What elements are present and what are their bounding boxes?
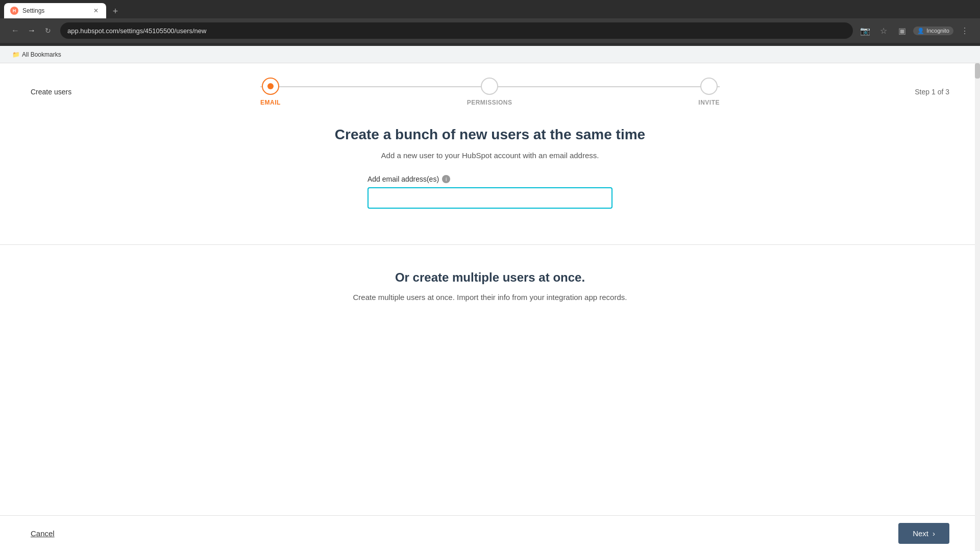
step-permissions[interactable]: PERMISSIONS — [467, 78, 512, 106]
bulk-subtitle: Create multiple users at once. Import th… — [353, 293, 627, 302]
scrollbar-thumb[interactable] — [975, 63, 980, 79]
nav-bar: ← → ↻ app.hubspot.com/settings/45105500/… — [0, 18, 980, 43]
camera-off-icon[interactable]: 📷 — [858, 23, 872, 38]
step-permissions-circle — [481, 78, 498, 95]
email-field-label: Add email address(es) i — [368, 175, 612, 183]
incognito-badge: 👤 Incognito — [913, 27, 953, 35]
step-number: Step 1 of 3 — [915, 88, 949, 96]
step-email[interactable]: EMAIL — [260, 78, 281, 106]
step-email-circle — [262, 78, 279, 95]
url-text: app.hubspot.com/settings/45105500/users/… — [67, 27, 846, 35]
step-invite-circle — [700, 78, 718, 95]
tab-bar: H Settings ✕ + — [0, 0, 980, 18]
new-tab-button[interactable]: + — [108, 4, 122, 18]
browser-actions: 📷 ☆ ▣ 👤 Incognito ⋮ — [858, 23, 972, 38]
step-email-dot — [267, 83, 274, 89]
email-field-container: Add email address(es) i — [368, 175, 612, 209]
form-title: Create a bunch of new users at the same … — [335, 127, 645, 143]
scrollbar-track[interactable] — [975, 63, 980, 551]
email-input[interactable] — [368, 187, 612, 209]
bulk-title: Or create multiple users at once. — [395, 270, 585, 285]
step-email-label: EMAIL — [260, 99, 281, 106]
stepper-header: Create users EMAIL PERMISSIONS — [0, 63, 980, 116]
form-subtitle: Add a new user to your HubSpot account w… — [381, 151, 599, 160]
page-content: Create users EMAIL PERMISSIONS — [0, 63, 980, 551]
bookmark-folder-icon[interactable]: 📁 All Bookmarks — [8, 49, 65, 60]
sidebar-icon[interactable]: ▣ — [895, 23, 909, 38]
step-permissions-label: PERMISSIONS — [467, 99, 512, 106]
tab-close-button[interactable]: ✕ — [92, 7, 100, 15]
next-label: Next — [913, 529, 928, 538]
bulk-section: Or create multiple users at once. Create… — [353, 245, 627, 329]
more-options-icon[interactable]: ⋮ — [958, 23, 972, 38]
step-invite-label: INVITE — [698, 99, 720, 106]
bookmarks-label: All Bookmarks — [22, 51, 61, 58]
cancel-button[interactable]: Cancel — [31, 529, 55, 538]
step-invite[interactable]: INVITE — [698, 78, 720, 106]
bottom-bar: Cancel Next › — [0, 515, 980, 551]
tab-title: Settings — [22, 7, 88, 14]
stepper-inner: EMAIL PERMISSIONS INVITE — [260, 78, 720, 106]
active-tab[interactable]: H Settings ✕ — [4, 3, 106, 18]
stepper: EMAIL PERMISSIONS INVITE — [31, 78, 949, 106]
browser-chrome: H Settings ✕ + ← → ↻ app.hubspot.com/set… — [0, 0, 980, 46]
nav-arrows: ← → ↻ — [8, 23, 55, 38]
info-icon[interactable]: i — [442, 175, 450, 183]
next-button[interactable]: Next › — [898, 523, 949, 544]
bookmarks-bar: 📁 All Bookmarks — [0, 46, 980, 63]
refresh-button[interactable]: ↻ — [41, 23, 55, 38]
tab-favicon: H — [10, 7, 18, 15]
next-chevron-icon: › — [933, 529, 935, 538]
star-icon[interactable]: ☆ — [876, 23, 891, 38]
form-area: Create a bunch of new users at the same … — [0, 116, 980, 551]
address-bar[interactable]: app.hubspot.com/settings/45105500/users/… — [60, 22, 853, 39]
forward-button[interactable]: → — [24, 23, 39, 38]
back-button[interactable]: ← — [8, 23, 22, 38]
